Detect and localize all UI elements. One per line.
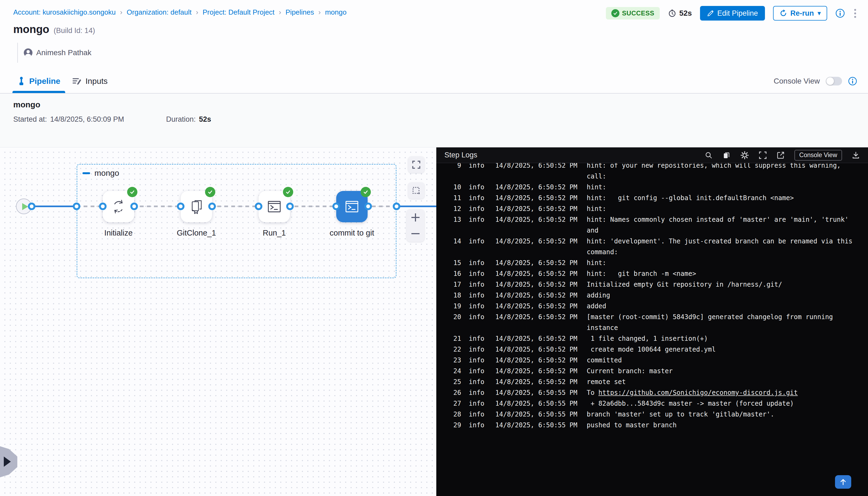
edge-end (397, 205, 436, 207)
tab-pipeline[interactable]: Pipeline (17, 69, 60, 93)
log-level: info (469, 420, 488, 431)
log-settings-gear-icon[interactable] (740, 151, 749, 159)
tab-inputs-label: Inputs (86, 77, 108, 86)
log-line: 16info14/8/2025, 6:50:52 PMhint: git bra… (436, 268, 868, 279)
pipeline-icon (17, 77, 26, 86)
breadcrumb-item[interactable]: Project: Default Project (203, 8, 275, 16)
connector-port[interactable] (365, 203, 372, 210)
log-timestamp: 14/8/2025, 6:50:52 PM (495, 203, 579, 214)
log-level: info (469, 203, 488, 214)
scroll-to-top-button[interactable] (835, 475, 851, 489)
log-timestamp: 14/8/2025, 6:50:52 PM (495, 376, 579, 387)
connector-port[interactable] (332, 203, 340, 210)
pipeline-step-initialize[interactable] (103, 191, 134, 222)
log-level: info (469, 192, 488, 203)
step-label: commit to git (309, 229, 395, 237)
connector-port[interactable] (73, 203, 80, 210)
minus-icon (412, 230, 420, 238)
log-timestamp: 14/8/2025, 6:50:52 PM (495, 301, 579, 312)
step-logs-panel: Step Logs Console View (436, 148, 868, 496)
connector-port[interactable] (255, 203, 262, 210)
rerun-button[interactable]: Re-run ▾ (773, 6, 827, 20)
connector-port[interactable] (28, 203, 35, 210)
log-message: adding (587, 290, 868, 301)
log-line-number: 20 (448, 312, 461, 333)
zoom-out-button[interactable] (406, 226, 424, 242)
header-actions: SUCCESS 52s Edit Pipeline Re-run ▾ (606, 6, 857, 20)
pipeline-step-commit-to-git[interactable] (336, 191, 368, 222)
log-line: 27info14/8/2025, 6:50:55 PM + 82a6dbb...… (436, 398, 868, 409)
log-level: info (469, 366, 488, 376)
sync-icon (110, 199, 127, 215)
edit-pipeline-button[interactable]: Edit Pipeline (700, 6, 765, 20)
log-timestamp: 14/8/2025, 6:50:52 PM (495, 279, 579, 290)
breadcrumb-separator: › (196, 8, 198, 16)
log-message: hint: 'development'. The just-created br… (587, 236, 868, 258)
log-level: info (469, 301, 488, 312)
connector-port[interactable] (130, 203, 138, 210)
canvas-fit-view-button[interactable] (408, 157, 424, 173)
log-message: hint: (587, 182, 868, 192)
more-options-menu[interactable] (853, 8, 857, 19)
log-fullscreen-icon[interactable] (759, 151, 767, 159)
terminal-icon (266, 198, 283, 215)
log-message: hint: (587, 258, 868, 268)
run-info-icon[interactable] (835, 9, 845, 18)
stage-run-title: mongo (13, 100, 40, 109)
pipeline-step-run_1[interactable] (259, 191, 290, 222)
log-line: 12info14/8/2025, 6:50:52 PMhint: (436, 203, 868, 214)
breadcrumb-item[interactable]: mongo (325, 8, 347, 16)
log-line-number: 18 (448, 290, 461, 301)
connector-port[interactable] (99, 203, 107, 210)
log-message: create mode 100644 generated.yml (587, 344, 868, 355)
breadcrumb-separator: › (120, 8, 123, 16)
log-timestamp: 14/8/2025, 6:50:52 PM (495, 333, 579, 344)
canvas-zoom-controls (406, 209, 424, 242)
log-line-number: 17 (448, 279, 461, 290)
page-title: mongo (13, 23, 49, 35)
console-view-toggle[interactable] (826, 77, 842, 86)
connector-port[interactable] (208, 203, 216, 210)
stage-collapse-control[interactable]: mongo (82, 169, 119, 178)
connector-port[interactable] (177, 203, 185, 210)
left-panel-expander[interactable] (0, 446, 17, 477)
console-view-info-icon[interactable] (848, 77, 857, 86)
connector-port[interactable] (286, 203, 294, 210)
canvas-select-mode-button[interactable] (408, 183, 424, 199)
breadcrumb-item[interactable]: Account: kurosakiichigo.songoku (13, 8, 116, 16)
tab-inputs[interactable]: Inputs (73, 69, 108, 93)
log-level: info (469, 279, 488, 290)
log-copy-icon[interactable] (723, 151, 731, 159)
log-console-view-button[interactable]: Console View (794, 150, 842, 161)
connector-port[interactable] (393, 203, 400, 210)
log-level: info (469, 290, 488, 301)
terminal-icon (343, 198, 360, 215)
breadcrumb: Account: kurosakiichigo.songoku›Organiza… (13, 8, 346, 16)
log-line: 20info14/8/2025, 6:50:52 PM[master (root… (436, 312, 868, 333)
log-link[interactable]: https://github.com/Sonichigo/economy-dis… (598, 389, 798, 397)
log-message: hint: git config --global init.defaultBr… (587, 192, 868, 203)
pipeline-canvas[interactable]: mongo InitializeGitClone_1Run_1commit to… (0, 148, 436, 496)
log-line: 29info14/8/2025, 6:50:55 PMpushed to mas… (436, 420, 868, 431)
log-scroll-area[interactable]: 9info14/8/2025, 6:50:52 PMhint: of your … (436, 163, 868, 496)
log-timestamp: 14/8/2025, 6:50:52 PM (495, 268, 579, 279)
collapse-minus-icon[interactable] (82, 172, 90, 174)
log-message: [master (root-commit) 5843d9c] generated… (587, 312, 868, 333)
log-line: 19info14/8/2025, 6:50:52 PMadded (436, 301, 868, 312)
pipeline-step-gitclone_1[interactable] (181, 191, 212, 222)
log-timestamp: 14/8/2025, 6:50:52 PM (495, 236, 579, 258)
zoom-in-button[interactable] (406, 209, 424, 226)
log-search-icon[interactable] (704, 151, 713, 159)
log-line-number: 23 (448, 355, 461, 366)
log-download-icon[interactable] (852, 151, 860, 159)
breadcrumb-item[interactable]: Organization: default (127, 8, 191, 16)
log-message: added (587, 301, 868, 312)
log-line: 17info14/8/2025, 6:50:52 PMInitialized e… (436, 279, 868, 290)
log-open-in-new-icon[interactable] (777, 151, 785, 159)
breadcrumb-item[interactable]: Pipelines (285, 8, 314, 16)
log-message: hint: (587, 203, 868, 214)
log-message: hint: Names commonly chosen instead of '… (587, 214, 868, 236)
step-success-icon (127, 187, 137, 197)
log-line-number: 12 (448, 203, 461, 214)
log-level: info (469, 268, 488, 279)
